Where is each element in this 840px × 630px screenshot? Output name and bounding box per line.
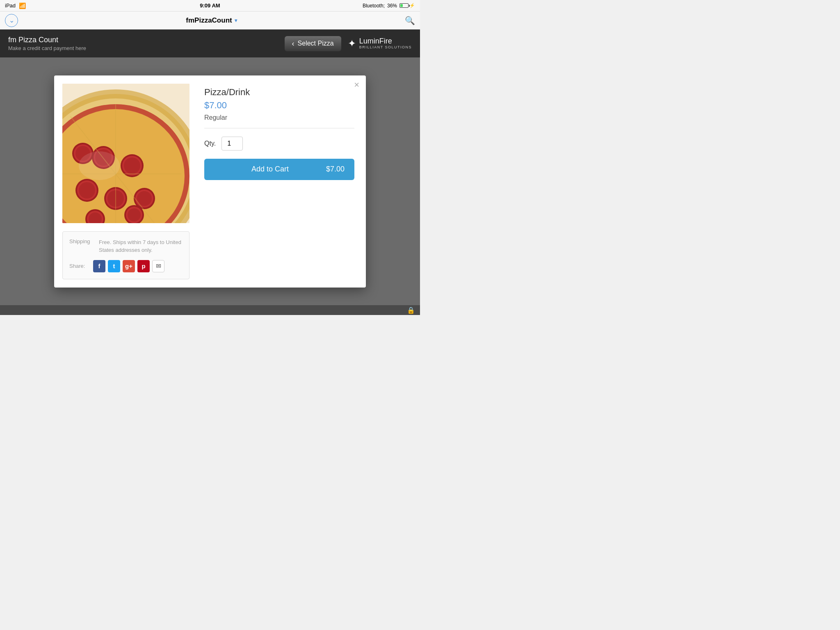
- product-size: Regular: [204, 114, 354, 121]
- svg-point-28: [128, 208, 141, 221]
- modal-body: Pizza/Drink $7.00 Regular Qty. Add to Ca…: [54, 75, 366, 231]
- nav-search-button[interactable]: 🔍: [405, 16, 415, 25]
- svg-point-10: [79, 182, 95, 199]
- nav-title-area: fmPizzaCount ▾: [186, 16, 237, 25]
- app-title-bold: fm: [8, 36, 16, 44]
- nav-title: fmPizzaCount: [186, 16, 232, 25]
- qty-input[interactable]: [221, 137, 243, 151]
- nav-back-button[interactable]: ⌄: [5, 14, 18, 27]
- select-pizza-button[interactable]: ‹ Select Pizza: [285, 36, 341, 51]
- luminfire-tagline: BRILLIANT SOLUTIONS: [359, 46, 412, 50]
- shipping-text: Free. Ships within 7 days to United Stat…: [99, 238, 183, 254]
- status-time: 9:09 AM: [200, 2, 220, 9]
- status-left: iPad 📶: [5, 2, 26, 9]
- nav-bar: ⌄ fmPizzaCount ▾ 🔍: [0, 11, 420, 30]
- shipping-label: Shipping: [69, 238, 94, 254]
- add-to-cart-button[interactable]: Add to Cart $7.00: [204, 159, 354, 180]
- chevron-down-icon: ⌄: [9, 16, 14, 24]
- luminfire-star-icon: ✦: [348, 38, 356, 49]
- share-row: Share: f t g+ p ✉: [69, 260, 183, 272]
- share-label: Share:: [69, 263, 89, 269]
- divider: [204, 128, 354, 128]
- pizza-image-container: [62, 84, 189, 223]
- pizza-image: [62, 84, 189, 223]
- battery-indicator: ⚡: [399, 3, 415, 8]
- nav-dropdown-arrow: ▾: [235, 18, 237, 23]
- app-header-left: fm Pizza Count Make a credit card paymen…: [8, 36, 86, 51]
- app-header: fm Pizza Count Make a credit card paymen…: [0, 30, 420, 57]
- modal-left: [62, 84, 189, 223]
- luminfire-name-bold: Lumin: [359, 37, 379, 45]
- status-bar: iPad 📶 9:09 AM Bluetooth; 36% ⚡: [0, 0, 420, 11]
- status-right: Bluetooth; 36% ⚡: [363, 3, 415, 9]
- product-title: Pizza/Drink: [204, 87, 354, 98]
- add-to-cart-price: $7.00: [326, 165, 345, 173]
- modal-right: Pizza/Drink $7.00 Regular Qty. Add to Ca…: [198, 84, 358, 223]
- twitter-share-button[interactable]: t: [108, 260, 120, 272]
- battery-percent: 36%: [387, 3, 397, 9]
- modal-bottom: Shipping Free. Ships within 7 days to Un…: [54, 231, 366, 288]
- shipping-share-box: Shipping Free. Ships within 7 days to Un…: [62, 231, 189, 279]
- select-pizza-label: Select Pizza: [298, 40, 334, 47]
- app-title: fm Pizza Count: [8, 36, 86, 44]
- qty-row: Qty.: [204, 137, 354, 151]
- add-to-cart-label: Add to Cart: [214, 165, 326, 173]
- search-icon: 🔍: [405, 16, 415, 25]
- googleplus-share-button[interactable]: g+: [123, 260, 135, 272]
- pinterest-share-button[interactable]: p: [137, 260, 150, 272]
- luminfire-text: LuminFire BRILLIANT SOLUTIONS: [359, 37, 412, 50]
- charging-icon: ⚡: [409, 3, 415, 8]
- luminfire-name-fire: Fire: [379, 37, 392, 45]
- product-price: $7.00: [204, 100, 354, 111]
- battery-icon: [399, 3, 409, 8]
- app-subtitle: Make a credit card payment here: [8, 45, 86, 51]
- luminfire-logo: ✦ LuminFire BRILLIANT SOLUTIONS: [348, 37, 412, 50]
- svg-point-32: [79, 151, 120, 180]
- email-share-button[interactable]: ✉: [152, 260, 164, 272]
- device-label: iPad: [5, 2, 16, 9]
- app-title-light: Pizza Count: [18, 36, 58, 44]
- svg-point-13: [124, 158, 140, 174]
- back-arrow-icon: ‹: [292, 39, 294, 48]
- bluetooth-icon: Bluetooth;: [363, 3, 385, 9]
- social-icons: f t g+ p ✉: [93, 260, 164, 272]
- luminfire-name: LuminFire: [359, 37, 412, 46]
- wifi-icon: 📶: [19, 2, 26, 9]
- battery-fill: [400, 4, 403, 7]
- app-header-right: ‹ Select Pizza ✦ LuminFire BRILLIANT SOL…: [285, 36, 412, 51]
- product-modal: ×: [54, 75, 366, 288]
- app-footer: 🔒: [0, 305, 420, 315]
- qty-label: Qty.: [204, 140, 216, 147]
- lock-icon: 🔒: [407, 306, 415, 314]
- modal-close-button[interactable]: ×: [354, 80, 359, 89]
- main-content: ×: [0, 57, 420, 305]
- shipping-row: Shipping Free. Ships within 7 days to Un…: [69, 238, 183, 254]
- facebook-share-button[interactable]: f: [93, 260, 105, 272]
